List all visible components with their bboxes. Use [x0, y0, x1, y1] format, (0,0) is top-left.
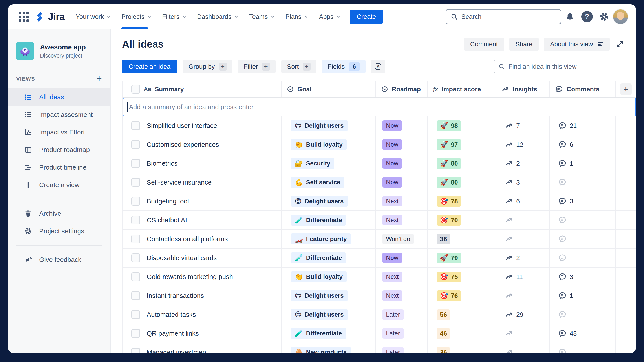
row-checkbox[interactable] — [131, 121, 140, 130]
create-an-idea-button[interactable]: Create an idea — [122, 60, 177, 73]
filter-button[interactable]: Filter + — [238, 60, 276, 73]
insights-cell[interactable]: 2 — [496, 249, 550, 267]
fullscreen-button[interactable] — [613, 37, 627, 51]
roadmap-chip[interactable]: Now — [382, 120, 402, 131]
summary-cell[interactable]: Simplified user interface — [122, 116, 282, 135]
insights-cell[interactable]: 29 — [496, 305, 550, 324]
goal-chip[interactable]: 🥚 New products — [291, 347, 351, 353]
goal-cell[interactable]: 🧪 Differentiate — [282, 249, 376, 267]
goal-cell[interactable]: 🧪 Differentiate — [282, 324, 376, 343]
nav-projects[interactable]: Projects — [116, 4, 157, 29]
row-checkbox[interactable] — [131, 310, 140, 319]
goal-chip[interactable]: 👏 Build loyalty — [291, 139, 347, 150]
nav-plans[interactable]: Plans — [280, 4, 314, 29]
column-header-goal[interactable]: Goal — [282, 81, 376, 97]
summary-cell[interactable]: Gold rewards marketing push — [122, 268, 282, 286]
user-avatar[interactable] — [613, 9, 628, 24]
sidebar-item-impact-assesment[interactable]: Impact assesment — [8, 106, 110, 123]
summary-cell[interactable]: Self-service insurance — [122, 173, 282, 191]
roadmap-chip[interactable]: Now — [382, 139, 402, 150]
nav-your-work[interactable]: Your work — [70, 4, 116, 29]
goal-cell[interactable]: 😍 Delight users — [282, 286, 376, 305]
fields-button[interactable]: Fields 6 — [322, 60, 365, 73]
insights-cell[interactable] — [496, 343, 550, 353]
comments-cell[interactable] — [550, 343, 616, 353]
summary-cell[interactable]: Managed investment — [122, 343, 282, 353]
row-checkbox[interactable] — [131, 178, 140, 187]
row-checkbox[interactable] — [131, 216, 140, 224]
roadmap-chip[interactable]: Next — [382, 215, 402, 225]
roadmap-cell[interactable]: Now — [376, 135, 428, 154]
roadmap-chip[interactable]: Next — [382, 272, 402, 282]
roadmap-cell[interactable]: Won’t do — [376, 230, 428, 248]
jira-logo[interactable]: Jira — [34, 11, 65, 22]
comment-button[interactable]: Comment — [464, 37, 504, 51]
summary-cell[interactable]: CS chatbot AI — [122, 211, 282, 229]
summary-cell[interactable]: Biometrics — [122, 154, 282, 173]
comments-cell[interactable]: 3 — [550, 192, 616, 210]
goal-cell[interactable]: 🧪 Differentiate — [282, 211, 376, 229]
goal-chip[interactable]: 😍 Delight users — [291, 120, 348, 131]
roadmap-cell[interactable]: Later — [376, 324, 428, 343]
summary-cell[interactable]: QR payment links — [122, 324, 282, 343]
roadmap-cell[interactable]: Next — [376, 192, 428, 210]
roadmap-chip[interactable]: Next — [382, 290, 402, 301]
insights-cell[interactable] — [496, 211, 550, 229]
comments-cell[interactable] — [550, 230, 616, 248]
goal-chip[interactable]: 👏 Build loyalty — [291, 271, 347, 282]
project-header[interactable]: Awesome app Discovery project — [8, 42, 110, 60]
roadmap-cell[interactable]: Now — [376, 154, 428, 173]
goal-cell[interactable]: 😍 Delight users — [282, 305, 376, 324]
roadmap-cell[interactable]: Now — [376, 173, 428, 191]
roadmap-chip[interactable]: Next — [382, 196, 402, 206]
roadmap-chip[interactable]: Later — [382, 309, 404, 320]
sidebar-item-archive[interactable]: Archive — [8, 205, 110, 222]
comments-cell[interactable]: 6 — [550, 135, 616, 154]
insights-cell[interactable]: 6 — [496, 192, 550, 210]
goal-chip[interactable]: 😍 Delight users — [291, 196, 348, 207]
summary-cell[interactable]: Automated tasks — [122, 305, 282, 324]
select-all-checkbox[interactable] — [131, 85, 140, 94]
row-checkbox[interactable] — [131, 197, 140, 206]
auto-sort-button[interactable]: A — [371, 60, 385, 73]
sidebar-item-create-a-view[interactable]: Create a view — [8, 176, 110, 194]
about-this-view-button[interactable]: About this view — [544, 37, 610, 51]
row-checkbox[interactable] — [131, 272, 140, 281]
roadmap-cell[interactable]: Now — [376, 249, 428, 267]
roadmap-chip[interactable]: Won’t do — [382, 234, 414, 244]
add-idea-input[interactable]: Add a summary of an idea and press enter — [122, 98, 636, 116]
row-checkbox[interactable] — [131, 348, 140, 353]
comments-cell[interactable]: 1 — [550, 154, 616, 173]
roadmap-cell[interactable]: Later — [376, 343, 428, 353]
global-search-input[interactable]: Search — [446, 9, 561, 24]
roadmap-chip[interactable]: Later — [382, 328, 404, 339]
comments-cell[interactable] — [550, 249, 616, 267]
roadmap-cell[interactable]: Next — [376, 268, 428, 286]
insights-cell[interactable] — [496, 286, 550, 305]
goal-chip[interactable]: 💪 Self service — [291, 177, 344, 188]
insights-cell[interactable]: 3 — [496, 173, 550, 191]
column-header-comments[interactable]: Comments — [550, 81, 616, 97]
summary-cell[interactable]: Customised experiences — [122, 135, 282, 154]
goal-cell[interactable]: 🔐 Security — [282, 154, 376, 173]
goal-cell[interactable]: 💪 Self service — [282, 173, 376, 191]
column-header-summary[interactable]: Aa Summary — [122, 81, 282, 97]
roadmap-chip[interactable]: Now — [382, 158, 402, 169]
roadmap-chip[interactable]: Later — [382, 347, 404, 353]
summary-cell[interactable]: Budgeting tool — [122, 192, 282, 210]
goal-cell[interactable]: 👏 Build loyalty — [282, 135, 376, 154]
comments-cell[interactable] — [550, 211, 616, 229]
nav-dashboards[interactable]: Dashboards — [192, 4, 244, 29]
sort-button[interactable]: Sort + — [281, 60, 316, 73]
row-checkbox[interactable] — [131, 140, 140, 149]
comments-cell[interactable] — [550, 173, 616, 191]
insights-cell[interactable]: 12 — [496, 135, 550, 154]
roadmap-chip[interactable]: Now — [382, 177, 402, 187]
nav-filters[interactable]: Filters — [157, 4, 192, 29]
goal-chip[interactable]: 🔐 Security — [291, 158, 334, 169]
sidebar-item-all-ideas[interactable]: All ideas — [8, 88, 110, 106]
comments-cell[interactable]: 1 — [550, 286, 616, 305]
goal-cell[interactable]: 👏 Build loyalty — [282, 268, 376, 286]
row-checkbox[interactable] — [131, 329, 140, 338]
column-header-insights[interactable]: Insights — [496, 81, 550, 97]
